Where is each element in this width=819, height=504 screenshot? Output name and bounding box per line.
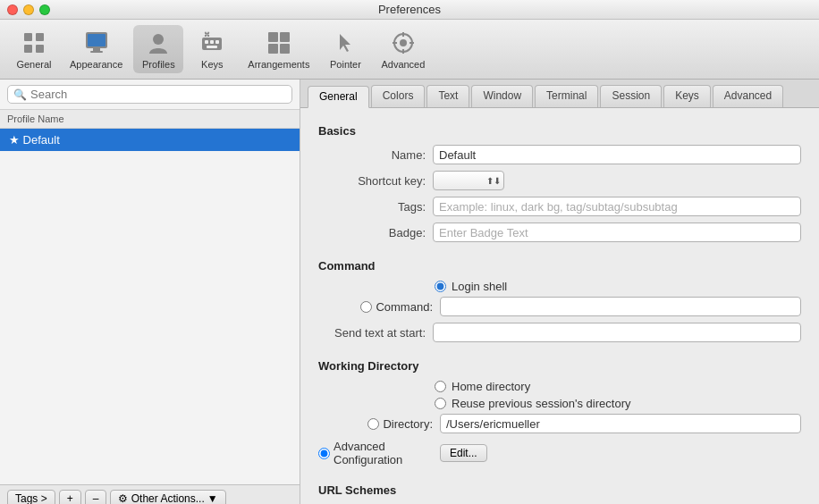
reuse-dir-row: Reuse previous session's directory <box>435 397 801 410</box>
advanced-config-radio[interactable] <box>318 448 330 459</box>
toolbar-item-keys[interactable]: ⌘ Keys <box>187 25 237 73</box>
toolbar-label-general: General <box>16 59 51 70</box>
svg-rect-10 <box>205 40 208 44</box>
toolbar: General Appearance Profiles <box>0 20 819 80</box>
content-area: General Colors Text Window Terminal Sess… <box>300 80 819 504</box>
window-title: Preferences <box>378 3 441 16</box>
shortcut-row: Shortcut key: ⬆⬇ <box>318 171 801 190</box>
advanced-config-label: Advanced Configuration <box>334 440 433 466</box>
appearance-icon <box>82 29 111 57</box>
tags-button[interactable]: Tags > <box>7 490 55 504</box>
search-input[interactable] <box>30 88 286 101</box>
svg-rect-3 <box>36 45 44 53</box>
tab-text[interactable]: Text <box>426 85 469 107</box>
form-area: Basics Name: Shortcut key: ⬆⬇ Tags: <box>300 108 819 504</box>
arrangements-icon <box>265 29 293 57</box>
toolbar-label-keys: Keys <box>201 59 223 70</box>
command-label: Command: <box>376 300 433 314</box>
command-radio[interactable] <box>360 301 372 313</box>
tab-bar: General Colors Text Window Terminal Sess… <box>300 80 819 108</box>
name-label: Name: <box>318 148 426 162</box>
profiles-icon <box>144 29 173 57</box>
svg-rect-1 <box>24 45 32 53</box>
tab-keys[interactable]: Keys <box>663 85 711 107</box>
profile-list: ★ Default <box>0 129 300 484</box>
toolbar-label-advanced: Advanced <box>381 59 425 70</box>
svg-rect-0 <box>24 33 32 41</box>
send-text-input[interactable] <box>433 323 801 342</box>
toolbar-label-profiles: Profiles <box>142 59 175 70</box>
svg-point-8 <box>153 34 164 45</box>
tab-window[interactable]: Window <box>471 85 533 107</box>
remove-profile-button[interactable]: – <box>85 490 107 504</box>
login-shell-radio[interactable] <box>435 281 446 292</box>
svg-rect-15 <box>268 32 278 42</box>
keys-icon: ⌘ <box>198 29 226 57</box>
profile-item-label: ★ Default <box>9 133 60 147</box>
command-row: Command: <box>318 297 801 316</box>
url-schemes-section-title: URL Schemes <box>318 483 801 497</box>
svg-rect-6 <box>93 48 100 51</box>
search-icon: 🔍 <box>13 88 27 101</box>
maximize-button[interactable] <box>39 4 50 15</box>
shortcut-label: Shortcut key: <box>318 174 426 188</box>
tab-general[interactable]: General <box>308 86 369 108</box>
tab-colors[interactable]: Colors <box>371 85 426 107</box>
close-button[interactable] <box>7 4 18 15</box>
svg-rect-13 <box>207 46 217 48</box>
general-icon <box>20 29 48 57</box>
directory-input[interactable] <box>440 414 801 433</box>
svg-rect-16 <box>280 32 290 42</box>
toolbar-label-pointer: Pointer <box>330 59 361 70</box>
other-actions-label: ⚙ Other Actions... <box>118 492 204 504</box>
basics-section-title: Basics <box>318 124 801 138</box>
directory-radio[interactable] <box>367 418 379 430</box>
toolbar-item-pointer[interactable]: Pointer <box>320 25 370 73</box>
search-bar: 🔍 <box>0 80 300 110</box>
toolbar-item-advanced[interactable]: Advanced <box>374 25 432 73</box>
tags-input[interactable] <box>433 197 801 216</box>
toolbar-item-arrangements[interactable]: Arrangements <box>241 25 317 73</box>
login-shell-row: Login shell <box>435 280 801 293</box>
other-actions-button[interactable]: ⚙ Other Actions... ▼ <box>110 490 225 504</box>
search-input-wrap[interactable]: 🔍 <box>7 85 292 104</box>
home-dir-row: Home directory <box>435 380 801 393</box>
tab-advanced[interactable]: Advanced <box>713 85 783 107</box>
reuse-dir-radio[interactable] <box>435 398 446 409</box>
send-text-row: Send text at start: <box>318 323 801 342</box>
name-input[interactable] <box>433 145 801 164</box>
badge-input[interactable] <box>433 223 801 242</box>
shortcut-select[interactable] <box>433 171 504 190</box>
shortcut-select-wrap: ⬆⬇ <box>433 171 504 190</box>
advanced-icon <box>389 29 418 57</box>
profile-item-default[interactable]: ★ Default <box>0 129 300 151</box>
working-dir-section-title: Working Directory <box>318 359 801 373</box>
sidebar: 🔍 Profile Name ★ Default Tags > + – ⚙ Ot… <box>0 80 300 504</box>
titlebar-buttons <box>7 4 50 15</box>
profile-header: Profile Name <box>0 110 300 129</box>
sidebar-footer: Tags > + – ⚙ Other Actions... ▼ <box>0 484 300 504</box>
titlebar: Preferences <box>0 0 819 20</box>
svg-rect-17 <box>268 44 278 54</box>
edit-button[interactable]: Edit... <box>440 444 487 462</box>
toolbar-item-appearance[interactable]: Appearance <box>63 25 130 73</box>
add-profile-button[interactable]: + <box>59 490 81 504</box>
directory-label: Directory: <box>383 417 433 431</box>
login-shell-label: Login shell <box>452 280 507 293</box>
name-row: Name: <box>318 145 801 164</box>
home-dir-radio[interactable] <box>435 381 446 392</box>
svg-rect-7 <box>90 51 103 53</box>
badge-row: Badge: <box>318 223 801 242</box>
tags-label: Tags: <box>318 200 426 214</box>
minimize-button[interactable] <box>23 4 34 15</box>
svg-rect-2 <box>36 33 44 41</box>
svg-text:⌘: ⌘ <box>204 31 210 38</box>
toolbar-item-profiles[interactable]: Profiles <box>133 25 183 73</box>
badge-label: Badge: <box>318 226 426 239</box>
other-actions-arrow: ▼ <box>207 492 218 504</box>
command-input[interactable] <box>440 297 801 316</box>
svg-rect-12 <box>215 40 219 44</box>
tab-session[interactable]: Session <box>600 85 662 107</box>
toolbar-item-general[interactable]: General <box>9 25 59 73</box>
tab-terminal[interactable]: Terminal <box>535 85 598 107</box>
